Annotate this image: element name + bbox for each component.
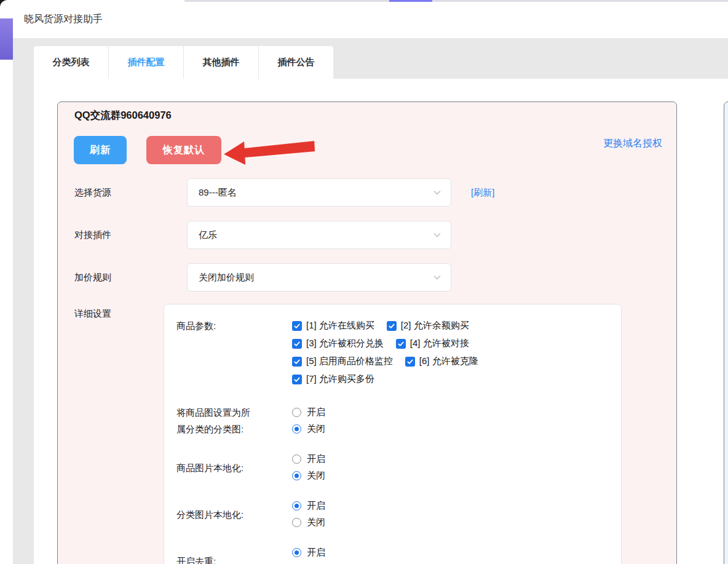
chevron-down-icon	[432, 272, 442, 282]
checkbox-line: [7] 允许购买多份	[292, 370, 621, 388]
checkbox-line: [1] 允许在线购买[2] 允许余额购买	[292, 317, 621, 335]
select-1[interactable]: 89---匿名	[187, 178, 451, 207]
radio-group-label: 开启去重:	[176, 553, 256, 564]
form-row-label: 加价规则	[74, 272, 111, 284]
radio-group-options: 开启关闭	[292, 498, 621, 531]
select-value: 关闭加价规则	[199, 272, 254, 284]
tab-2[interactable]: 插件配置	[109, 46, 184, 79]
radio-selected-icon[interactable]	[292, 424, 301, 434]
radio-label: 关闭	[307, 470, 325, 482]
tab-3[interactable]: 其他插件	[184, 46, 259, 79]
product-params-group: 商品参数: [1] 允许在线购买[2] 允许余额购买[3] 允许被积分兑换[4]…	[176, 317, 621, 388]
radio-group-label: 将商品图设置为所属分类的分类图:	[176, 404, 256, 437]
checkbox-checked-icon[interactable]	[405, 357, 415, 367]
change-domain-auth-link[interactable]: 更换域名授权	[603, 137, 662, 150]
product-params-label: 商品参数:	[176, 317, 256, 335]
check-icon	[388, 322, 395, 330]
radio-group-label: 分类图片本地化:	[176, 506, 256, 523]
form-row-label: 选择货源	[74, 187, 111, 199]
radio-option[interactable]: 关闭	[292, 467, 621, 484]
radio-option[interactable]: 开启	[292, 451, 621, 467]
checkbox-checked-icon[interactable]	[292, 357, 302, 367]
radio-group-options: 开启关闭	[292, 451, 621, 484]
checkbox-checked-icon[interactable]	[387, 321, 397, 331]
radio-label: 开启	[307, 453, 325, 465]
checkbox-label: [3] 允许被积分兑换	[306, 338, 384, 349]
sidebar-fragment	[0, 18, 13, 60]
chevron-down-icon	[432, 230, 442, 240]
radio-group-4: 开启去重:开启关闭	[176, 544, 621, 564]
checkbox-item[interactable]: [4] 允许被对接	[396, 338, 469, 349]
radio-icon[interactable]	[292, 518, 301, 527]
radio-option[interactable]: 开启	[292, 498, 621, 514]
radio-option[interactable]: 关闭	[292, 514, 621, 531]
checkbox-item[interactable]: [7] 允许购买多份	[292, 373, 374, 385]
radio-label: 开启	[307, 547, 325, 558]
select-value: 亿乐	[199, 229, 217, 241]
radio-selected-icon[interactable]	[292, 548, 301, 557]
form-row-1: 选择货源89---匿名[刷新]	[74, 178, 663, 207]
checkbox-checked-icon[interactable]	[292, 339, 302, 349]
checkbox-label: [1] 允许在线购买	[306, 320, 374, 332]
radio-group-options: 开启关闭	[292, 544, 621, 564]
radio-group-1: 将商品图设置为所属分类的分类图:开启关闭	[176, 404, 621, 437]
form-row-2: 对接插件亿乐	[74, 221, 663, 249]
radio-label: 开启	[307, 407, 325, 418]
radio-group-3: 分类图片本地化:开启关闭	[176, 498, 621, 531]
checkbox-item[interactable]: [5] 启用商品价格监控	[292, 355, 393, 367]
detail-settings-panel: 商品参数: [1] 允许在线购买[2] 允许余额购买[3] 允许被积分兑换[4]…	[164, 304, 622, 564]
radio-group-options: 开启关闭	[292, 404, 621, 437]
restore-default-button[interactable]: 恢复默认	[146, 136, 221, 164]
checkbox-line: [3] 允许被积分兑换[4] 允许被对接	[292, 335, 621, 352]
refresh-button[interactable]: 刷新	[74, 136, 127, 164]
checkbox-item[interactable]: [6] 允许被克隆	[405, 355, 478, 367]
radio-icon[interactable]	[292, 455, 301, 464]
radio-label: 开启	[307, 500, 325, 512]
checkbox-checked-icon[interactable]	[292, 375, 302, 384]
radio-option[interactable]: 开启	[292, 404, 621, 421]
top-scrollbar-track[interactable]	[184, 0, 728, 2]
top-scrollbar-thumb[interactable]	[389, 0, 432, 2]
app-header	[0, 0, 728, 38]
form-row-3: 加价规则关闭加价规则	[74, 263, 663, 292]
radio-group-2: 商品图片本地化:开启关闭	[176, 451, 621, 484]
check-icon	[293, 340, 301, 348]
checkbox-item[interactable]: [3] 允许被积分兑换	[292, 338, 384, 349]
radio-group-label: 商品图片本地化:	[176, 459, 256, 476]
radio-selected-icon[interactable]	[292, 501, 301, 510]
radio-option[interactable]: 关闭	[292, 561, 621, 564]
detail-settings-label: 详细设置	[74, 308, 111, 320]
checkbox-checked-icon[interactable]	[396, 339, 406, 349]
tab-4[interactable]: 插件公告	[259, 46, 333, 79]
radio-option[interactable]: 开启	[292, 544, 621, 561]
checkbox-label: [2] 允许余额购买	[401, 320, 469, 332]
red-arrow-annotation-icon	[221, 135, 318, 167]
tab-1[interactable]: 分类列表	[34, 46, 109, 79]
checkbox-label: [5] 启用商品价格监控	[306, 355, 393, 367]
adjacent-panel-sliver	[724, 101, 728, 564]
check-icon	[293, 322, 301, 330]
radio-selected-icon[interactable]	[292, 471, 301, 480]
panel-title: QQ交流群960640976	[74, 109, 172, 122]
plugin-config-panel: QQ交流群960640976 刷新 恢复默认 更换域名授权 选择货源89---匿…	[57, 101, 677, 564]
app-title: 晓风货源对接助手	[24, 13, 103, 26]
select-3[interactable]: 关闭加价规则	[187, 263, 451, 292]
checkbox-item[interactable]: [1] 允许在线购买	[292, 320, 374, 332]
radio-label: 关闭	[307, 517, 325, 528]
form-row-label: 对接插件	[74, 229, 111, 241]
checkbox-label: [6] 允许被克隆	[419, 355, 478, 367]
checkbox-label: [7] 允许购买多份	[306, 373, 374, 385]
radio-label: 关闭	[307, 423, 325, 435]
radio-icon[interactable]	[292, 408, 301, 417]
check-icon	[397, 340, 405, 348]
checkbox-checked-icon[interactable]	[292, 321, 302, 331]
radio-option[interactable]: 关闭	[292, 421, 621, 437]
inline-refresh-link[interactable]: [刷新]	[471, 187, 494, 199]
checkbox-item[interactable]: [2] 允许余额购买	[387, 320, 469, 332]
check-icon	[293, 376, 301, 383]
product-params-checkboxes: [1] 允许在线购买[2] 允许余额购买[3] 允许被积分兑换[4] 允许被对接…	[292, 317, 621, 388]
chevron-down-icon	[432, 188, 442, 197]
select-2[interactable]: 亿乐	[187, 221, 451, 249]
checkbox-line: [5] 启用商品价格监控[6] 允许被克隆	[292, 352, 621, 370]
checkbox-label: [4] 允许被对接	[410, 338, 469, 349]
